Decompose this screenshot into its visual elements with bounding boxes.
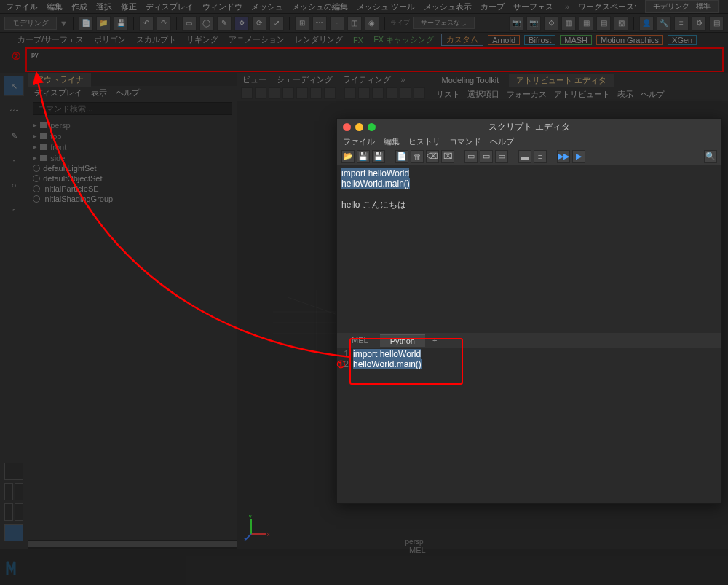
lasso-tool-icon[interactable]: 〰 xyxy=(4,101,24,121)
render-settings-icon[interactable]: ⚙ xyxy=(544,16,558,31)
lasso-icon[interactable]: ◯ xyxy=(199,16,214,31)
layout-two-icon[interactable] xyxy=(4,503,13,521)
rp-menu-item[interactable]: アトリビュート xyxy=(554,89,610,100)
rp-menu-item[interactable]: 表示 xyxy=(617,89,633,100)
layout-single-icon[interactable] xyxy=(4,463,23,480)
channel-box-icon[interactable]: ▤ xyxy=(709,16,724,31)
redo-icon[interactable]: ↷ xyxy=(157,16,171,31)
vp-ao-icon[interactable] xyxy=(372,87,384,99)
clear-input-icon[interactable]: ⌫ xyxy=(426,150,439,163)
vp-aa-icon[interactable] xyxy=(386,87,397,99)
add-tab-button[interactable]: + xyxy=(427,334,443,346)
scale-tool-icon[interactable]: ▫ xyxy=(4,200,24,220)
move-tool-icon[interactable]: · xyxy=(4,150,24,170)
snap-grid-icon[interactable]: ⊞ xyxy=(295,16,309,31)
outliner-menu-item[interactable]: 表示 xyxy=(91,87,107,98)
history-icon[interactable]: ▭ xyxy=(480,150,493,163)
outliner-item[interactable]: defaultLightSet xyxy=(43,164,96,173)
menu-item[interactable]: メッシュ xyxy=(251,1,283,12)
history-icon[interactable]: ▭ xyxy=(495,150,508,163)
menu-item[interactable]: ファイル xyxy=(6,1,38,12)
shelf-tab[interactable]: レンダリング xyxy=(292,34,346,45)
attribute-editor-tab[interactable]: アトリビュート エディタ xyxy=(509,74,614,87)
vp-shadow-icon[interactable] xyxy=(358,87,370,99)
undo-icon[interactable]: ↶ xyxy=(139,16,154,31)
vp-menu-item[interactable]: ライティング xyxy=(343,74,391,85)
save-script-icon[interactable]: 💾 xyxy=(357,150,370,163)
shelf-tab[interactable]: XGen xyxy=(668,35,697,45)
layout-icon[interactable]: ▬ xyxy=(518,150,531,163)
se-menu-item[interactable]: ヒストリ xyxy=(408,136,440,147)
paint-select-icon[interactable]: ✎ xyxy=(217,16,232,31)
outliner-menu-item[interactable]: ディスプレイ xyxy=(34,87,82,98)
vp-camera-icon[interactable] xyxy=(241,87,253,99)
toolkit-icon[interactable]: 🔧 xyxy=(657,16,671,31)
vp-tex-icon[interactable] xyxy=(400,87,411,99)
execute-icon[interactable]: ▶ xyxy=(572,150,585,163)
outliner-item[interactable]: initialParticleSE xyxy=(43,184,98,193)
se-menu-item[interactable]: 編集 xyxy=(384,136,400,147)
snap-live-icon[interactable]: ◉ xyxy=(365,16,379,31)
snap-plane-icon[interactable]: ◫ xyxy=(347,16,362,31)
scale-icon[interactable]: ⤢ xyxy=(269,16,284,31)
vp-xray-icon[interactable] xyxy=(414,87,425,99)
outliner-menu-item[interactable]: ヘルプ xyxy=(116,87,140,98)
mode-dropdown[interactable]: モデリング xyxy=(4,17,57,30)
layout-two-icon[interactable] xyxy=(15,503,23,521)
outliner-tab[interactable]: アウトライナ xyxy=(28,73,91,87)
se-menu-item[interactable]: ファイル xyxy=(343,136,375,147)
layout-four-icon[interactable] xyxy=(15,483,23,500)
minimize-icon[interactable] xyxy=(355,123,363,131)
open-icon[interactable]: 📁 xyxy=(96,16,111,31)
rotate-icon[interactable]: ⟳ xyxy=(252,16,266,31)
se-menu-item[interactable]: ヘルプ xyxy=(490,136,514,147)
panel-icon[interactable]: ▧ xyxy=(614,16,628,31)
panel-icon[interactable]: ▥ xyxy=(561,16,576,31)
mel-tab[interactable]: MEL xyxy=(341,334,379,346)
maximize-icon[interactable] xyxy=(368,123,376,131)
layout-outliner-icon[interactable] xyxy=(4,524,23,541)
vp-shade-icon[interactable] xyxy=(310,87,322,99)
vp-menu-item[interactable]: ビュー xyxy=(242,74,266,85)
outliner-item[interactable]: defaultObjectSet xyxy=(43,174,102,183)
attr-editor-icon[interactable]: ≡ xyxy=(674,16,689,31)
vp-light-icon[interactable] xyxy=(344,87,356,99)
vp-grid-icon[interactable] xyxy=(269,87,280,99)
rp-menu-item[interactable]: リスト xyxy=(436,89,460,100)
workspace-dropdown[interactable]: モデリング - 標準 xyxy=(645,0,719,13)
execute-all-icon[interactable]: ▶▶ xyxy=(557,150,570,163)
select-tool-icon[interactable]: ↖ xyxy=(4,76,24,96)
surface-dropdown[interactable]: サーフェスなし xyxy=(413,17,475,29)
menu-item[interactable]: 作成 xyxy=(71,1,87,12)
python-shelf-icon[interactable]: py xyxy=(29,49,41,60)
shelf-tab[interactable]: FX キャッシング xyxy=(371,34,437,45)
script-output[interactable]: import helloWorld helloWorld.main() hell… xyxy=(337,165,721,333)
snap-curve-icon[interactable]: 〰 xyxy=(312,16,327,31)
menu-item[interactable]: ウィンドウ xyxy=(202,1,242,12)
panel-icon[interactable]: ▦ xyxy=(579,16,593,31)
menu-item[interactable]: カーブ xyxy=(480,1,505,12)
rotate-tool-icon[interactable]: ○ xyxy=(4,175,24,195)
menu-item[interactable]: メッシュ ツール xyxy=(357,1,415,12)
search-icon[interactable]: 🔍 xyxy=(704,150,717,163)
shelf-tab[interactable]: MASH xyxy=(560,35,592,45)
outliner-search-input[interactable] xyxy=(33,102,232,115)
vp-wire-icon[interactable] xyxy=(324,87,336,99)
shelf-tab[interactable]: Arnold xyxy=(488,35,520,45)
scrollbar[interactable] xyxy=(28,540,236,549)
script-input[interactable]: 12 import helloWorld helloWorld.main() xyxy=(337,348,721,503)
snap-point-icon[interactable]: · xyxy=(330,16,344,31)
shelf-tab[interactable]: アニメーション xyxy=(226,34,288,45)
rp-menu-item[interactable]: ヘルプ xyxy=(641,89,665,100)
line-numbers-icon[interactable]: ≡ xyxy=(534,150,547,163)
shelf-tab[interactable]: FX xyxy=(350,36,366,44)
open-script-icon[interactable]: 📂 xyxy=(341,150,355,163)
modeling-toolkit-tab[interactable]: Modeling Toolkit xyxy=(435,74,507,86)
vp-gate-icon[interactable] xyxy=(282,87,294,99)
menu-item[interactable]: サーフェス xyxy=(513,1,553,12)
rp-menu-item[interactable]: 選択項目 xyxy=(467,89,499,100)
account-icon[interactable]: 👤 xyxy=(639,16,654,31)
paint-tool-icon[interactable]: ✎ xyxy=(4,125,24,146)
shelf-tab[interactable]: Motion Graphics xyxy=(596,35,663,45)
menu-item[interactable]: 選択 xyxy=(96,1,112,12)
